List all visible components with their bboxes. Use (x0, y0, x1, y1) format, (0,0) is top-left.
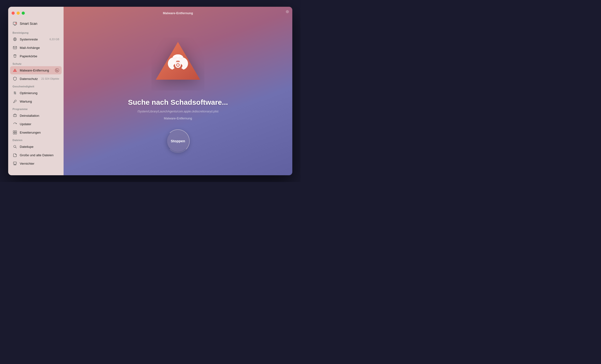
optimierung-icon (12, 90, 17, 95)
scan-path: /System/Library/LaunchAgents/com.apple.c… (138, 110, 219, 113)
svg-rect-23 (13, 133, 15, 134)
dateilupe-label: Dateilupe (20, 145, 59, 148)
sidebar-item-erweiterungen[interactable]: Erweiterungen (10, 128, 62, 137)
sidebar-item-malware-entfernung[interactable]: ! Malware-Entfernung (10, 66, 62, 74)
section-header-dateien: Dateien (10, 137, 62, 143)
mail-anhaenge-label: Mail-Anhänge (20, 46, 59, 49)
sidebar-item-smart-scan[interactable]: Smart Scan (10, 19, 62, 28)
datenschutz-badge: 21 024 Objekte (41, 77, 59, 80)
svg-line-32 (15, 165, 16, 165)
sidebar-item-papierkoerbe[interactable]: Papierkörbe (10, 52, 62, 60)
erweiterungen-icon (12, 130, 17, 135)
sidebar-item-optimierung[interactable]: Optimierung (10, 89, 62, 97)
sidebar-item-datenschutz[interactable]: Datenschutz 21 024 Objekte (10, 75, 62, 83)
svg-point-18 (15, 93, 16, 94)
section-header-geschwindigkeit: Geschwindigkeit (10, 83, 62, 89)
geschwindigkeit-section: Geschwindigkeit Optimierung (10, 83, 62, 105)
svg-point-39 (177, 64, 179, 66)
updater-label: Updater (20, 122, 59, 126)
dateilupe-icon (12, 144, 17, 149)
optimierung-label: Optimierung (20, 91, 59, 95)
systemreste-icon (12, 37, 17, 42)
papierkoerbe-label: Papierkörbe (20, 54, 59, 58)
systemreste-badge: 6,33 GB (50, 38, 59, 41)
systemreste-label: Systemreste (20, 38, 47, 41)
svg-point-17 (14, 92, 15, 93)
grosse-dateien-icon (12, 153, 17, 157)
sidebar-item-grosse-dateien[interactable]: Große und alte Dateien (10, 151, 62, 159)
active-spinner (55, 68, 59, 72)
stop-button-container: Stoppen (167, 130, 189, 152)
minimize-button[interactable] (17, 11, 20, 15)
svg-text:!: ! (15, 70, 15, 72)
sidebar-item-updater[interactable]: Updater (10, 120, 62, 128)
svg-rect-21 (13, 131, 15, 132)
smart-scan-icon (12, 21, 17, 26)
svg-line-31 (14, 165, 14, 165)
biohazard-icon (151, 38, 204, 90)
vernichter-label: Vernichter (20, 162, 59, 165)
sidebar-item-mail-anhaenge[interactable]: Mail-Anhänge (10, 44, 62, 52)
svg-line-28 (14, 165, 14, 165)
svg-line-30 (16, 165, 16, 165)
datenschutz-icon (12, 76, 17, 81)
section-header-programme: Programme (10, 106, 62, 111)
section-header-bereinigung: Bereinigung (10, 29, 62, 35)
window-control-right[interactable] (286, 10, 289, 13)
main-content-area: Malware-Entfernung (64, 7, 292, 175)
svg-rect-24 (15, 133, 17, 134)
section-header-schutz: Schutz (10, 60, 62, 66)
erweiterungen-label: Erweiterungen (20, 131, 59, 134)
sidebar-item-dateilupe[interactable]: Dateilupe (10, 143, 62, 151)
malware-icon: ! (12, 68, 17, 73)
close-button[interactable] (11, 11, 15, 15)
dateien-section: Dateien Dateilupe (10, 137, 62, 167)
svg-line-26 (16, 147, 17, 148)
grosse-dateien-label: Große und alte Dateien (20, 153, 59, 157)
datenschutz-label: Datenschutz (20, 77, 39, 81)
scan-title: Suche nach Schadsoftware... (128, 98, 228, 106)
sidebar-item-vernichter[interactable]: Vernichter (10, 159, 62, 167)
programme-section: Programme Deinstallation (10, 106, 62, 137)
deinstallation-icon (12, 113, 17, 118)
sidebar-content: Smart Scan Bereinigung Systemreste (8, 19, 64, 175)
maximize-button[interactable] (22, 11, 25, 15)
deinstallation-label: Deinstallation (20, 114, 59, 118)
sidebar-item-systemreste[interactable]: Systemreste 6,33 GB (10, 35, 62, 43)
scan-content: Suche nach Schadsoftware... /System/Libr… (128, 38, 228, 152)
wartung-icon (12, 99, 17, 104)
window-title: Malware-Entfernung (64, 7, 292, 19)
mail-icon (12, 45, 17, 50)
sidebar: Smart Scan Bereinigung Systemreste (8, 7, 64, 175)
titlebar (8, 7, 64, 19)
sidebar-item-wartung[interactable]: Wartung (10, 97, 62, 105)
wartung-label: Wartung (20, 100, 59, 103)
stop-button[interactable]: Stoppen (167, 130, 189, 152)
svg-point-6 (14, 39, 15, 40)
smart-scan-label: Smart Scan (20, 22, 37, 26)
svg-rect-27 (13, 162, 17, 164)
scan-subtitle: Malware-Entfernung (164, 117, 192, 120)
svg-rect-9 (13, 47, 17, 49)
bereinigung-section: Bereinigung Systemreste 6,33 GB (10, 29, 62, 60)
app-window: Smart Scan Bereinigung Systemreste (8, 7, 292, 175)
vernichter-icon (12, 161, 17, 166)
trash-icon (12, 54, 17, 59)
sidebar-item-deinstallation[interactable]: Deinstallation (10, 111, 62, 120)
malware-entfernung-label: Malware-Entfernung (20, 69, 52, 72)
schutz-section: Schutz ! Malware-Entfernung (10, 60, 62, 83)
updater-icon (12, 122, 17, 126)
svg-rect-22 (15, 131, 17, 132)
